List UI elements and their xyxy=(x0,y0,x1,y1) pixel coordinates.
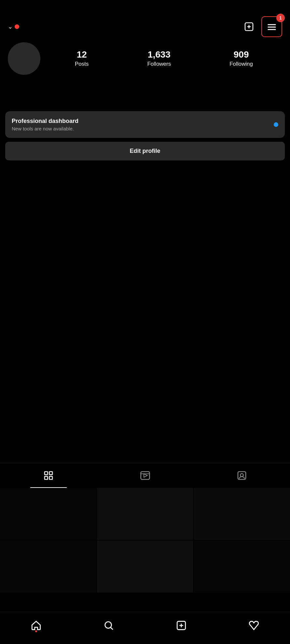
top-bar-right: 1 xyxy=(242,16,282,37)
svg-rect-9 xyxy=(49,476,52,479)
menu-button[interactable]: 1 xyxy=(261,16,282,37)
post-cell-6[interactable] xyxy=(194,541,290,593)
reels-icon xyxy=(140,470,150,481)
bio-area xyxy=(0,80,290,106)
post-cell-4[interactable] xyxy=(0,541,96,593)
post-cell-1[interactable] xyxy=(0,488,96,540)
pro-dashboard-subtitle: New tools are now available. xyxy=(12,126,78,131)
posts-grid xyxy=(0,488,290,593)
top-bar-left: ⌄ xyxy=(8,23,19,30)
stats-row: 12 Posts 1,633 Followers 909 Following xyxy=(46,50,282,68)
post-cell-3[interactable] xyxy=(194,488,290,540)
add-icon xyxy=(176,620,187,631)
pro-dashboard-dot xyxy=(274,122,278,127)
nav-activity[interactable] xyxy=(241,617,267,634)
bottom-nav xyxy=(0,612,290,644)
plus-square-icon xyxy=(244,21,254,32)
screen: ⌄ 1 xyxy=(0,0,290,644)
tab-tagged[interactable] xyxy=(224,466,260,485)
pro-dashboard-card[interactable]: Professional dashboard New tools are now… xyxy=(5,111,285,138)
nav-home[interactable] xyxy=(23,617,49,634)
svg-point-14 xyxy=(240,474,243,476)
svg-point-15 xyxy=(105,622,112,628)
nav-add[interactable] xyxy=(168,617,195,634)
tab-reels[interactable] xyxy=(127,466,163,485)
pro-dashboard-text: Professional dashboard New tools are now… xyxy=(12,118,78,131)
post-cell-2[interactable] xyxy=(97,488,193,540)
following-label: Following xyxy=(229,61,253,67)
pro-dashboard-title: Professional dashboard xyxy=(12,118,78,125)
svg-line-16 xyxy=(111,627,113,629)
edit-profile-button[interactable]: Edit profile xyxy=(5,142,285,160)
posts-stat[interactable]: 12 Posts xyxy=(75,50,89,68)
svg-rect-7 xyxy=(49,472,52,475)
nav-search[interactable] xyxy=(95,617,122,634)
svg-marker-11 xyxy=(144,474,147,477)
profile-top-row: 12 Posts 1,633 Followers 909 Following xyxy=(8,42,282,75)
following-count: 909 xyxy=(234,50,249,60)
heart-icon xyxy=(248,620,259,631)
notification-badge: 1 xyxy=(276,14,285,22)
svg-rect-10 xyxy=(141,472,149,479)
content-tabs xyxy=(0,463,290,488)
following-stat[interactable]: 909 Following xyxy=(229,50,253,68)
add-content-button[interactable] xyxy=(242,20,256,34)
home-nav-dot xyxy=(35,630,37,632)
search-icon xyxy=(103,620,114,631)
avatar[interactable] xyxy=(8,42,40,75)
tab-grid[interactable] xyxy=(30,466,67,485)
hamburger-icon xyxy=(267,22,277,32)
username-dropdown[interactable]: ⌄ xyxy=(8,23,19,30)
followers-label: Followers xyxy=(147,61,171,67)
tagged-icon xyxy=(237,470,247,481)
live-dot-indicator xyxy=(15,24,19,29)
profile-section: 12 Posts 1,633 Followers 909 Following xyxy=(0,42,290,80)
posts-label: Posts xyxy=(75,61,89,67)
grid-icon xyxy=(43,470,54,481)
home-icon xyxy=(31,620,42,631)
svg-rect-6 xyxy=(45,472,48,475)
post-cell-5[interactable] xyxy=(97,541,193,593)
followers-stat[interactable]: 1,633 Followers xyxy=(147,50,171,68)
svg-rect-8 xyxy=(45,476,48,479)
top-bar: ⌄ 1 xyxy=(0,0,290,42)
avatar-container xyxy=(8,42,40,75)
followers-count: 1,633 xyxy=(148,50,171,60)
chevron-down-icon: ⌄ xyxy=(8,23,13,30)
posts-count: 12 xyxy=(77,50,87,60)
middle-spacer xyxy=(0,166,290,463)
